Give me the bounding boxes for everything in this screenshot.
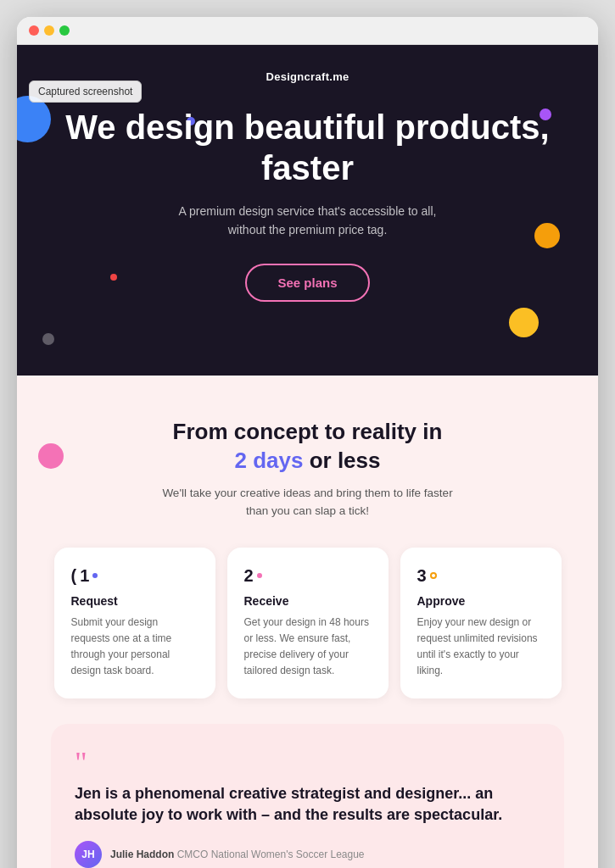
features-section: From concept to reality in 2 days or les… <box>17 376 598 868</box>
step-card-2: 2 Receive Get your design in 48 hours or… <box>227 548 389 698</box>
browser-dot-minimize[interactable] <box>44 25 54 36</box>
quote-icon: " <box>75 748 540 778</box>
step-number-2: 2 <box>244 566 372 586</box>
step-title-2: Receive <box>244 594 372 608</box>
testimonial-card: " Jen is a phenomenal creative strategis… <box>51 724 564 868</box>
decoration-circle-white <box>42 333 54 345</box>
step-desc-1: Submit your design requests one at a tim… <box>71 615 198 680</box>
step-number-1: (1 <box>71 566 198 586</box>
browser-dot-close[interactable] <box>29 25 39 36</box>
browser-dot-maximize[interactable] <box>59 25 70 36</box>
decoration-pink-circle <box>38 443 64 469</box>
step-desc-3: Enjoy your new design or request unlimit… <box>417 615 545 680</box>
hero-subtitle: A premium design service that's accessib… <box>51 202 564 240</box>
author-role: CMCO National Women's Soccer League <box>177 849 365 860</box>
step-number-3: 3 <box>417 566 545 586</box>
step-title-3: Approve <box>417 594 545 608</box>
author-info: Julie Haddon CMCO National Women's Socce… <box>110 849 365 860</box>
step-card-1: (1 Request Submit your design requests o… <box>54 548 215 698</box>
author-name: Julie Haddon <box>110 849 174 860</box>
author-avatar: JH <box>75 841 102 868</box>
testimonial-author: JH Julie Haddon CMCO National Women's So… <box>75 841 540 868</box>
steps-cards-row: (1 Request Submit your design requests o… <box>51 548 564 698</box>
decoration-circle-blue <box>17 96 51 142</box>
step-card-3: 3 Approve Enjoy your new design or reque… <box>400 548 562 698</box>
features-heading: From concept to reality in 2 days or les… <box>51 418 564 476</box>
step-desc-2: Get your design in 48 hours or less. We … <box>244 615 372 680</box>
decoration-circle-red <box>110 274 117 281</box>
screenshot-badge: Captured screenshot <box>29 81 142 103</box>
browser-window: Captured screenshot Designcraft.me We de… <box>17 17 598 868</box>
testimonial-quote: Jen is a phenomenal creative strategist … <box>75 783 540 826</box>
see-plans-button[interactable]: See plans <box>245 264 369 302</box>
hero-title: We design beautiful products, faster <box>51 107 564 188</box>
browser-chrome <box>17 17 598 45</box>
hero-section: Captured screenshot Designcraft.me We de… <box>17 45 598 376</box>
step-title-1: Request <box>71 594 198 608</box>
decoration-circle-yellow <box>509 308 539 337</box>
features-subtext: We'll take your creative ideas and bring… <box>51 484 564 520</box>
